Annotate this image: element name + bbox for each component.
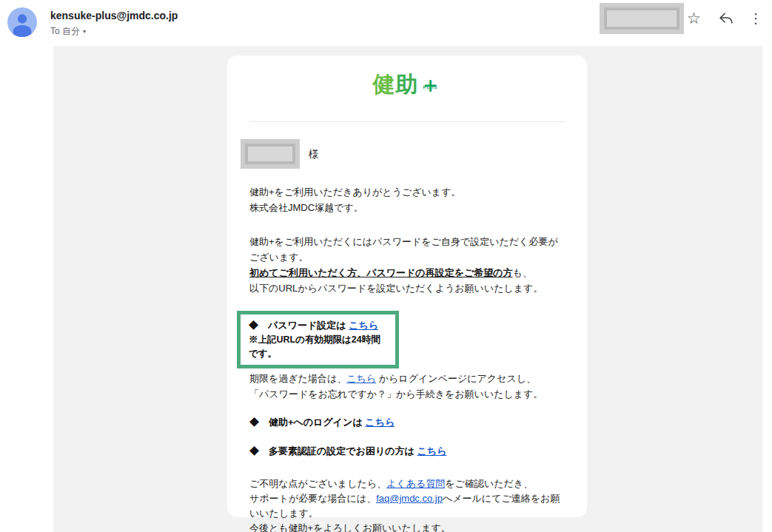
- kensuke-plus-logo: 健助＋PLUS: [249, 76, 565, 109]
- email-body-background: 健助＋PLUS 様 健助+をご利用いただきありがとうございます。 株式会社JMD…: [53, 46, 762, 532]
- honorific: 様: [309, 147, 319, 162]
- setup-line1: 健助+をご利用いただくにはパスワードをご自身で設定いただく必要がございます。: [249, 234, 565, 265]
- thanks-line1: 健助+をご利用いただきありがとうございます。: [249, 184, 565, 200]
- logo-char1: 健: [373, 72, 396, 96]
- mfa-label: ◆ 多要素認証の設定でお困りの方は: [249, 445, 417, 457]
- expiry-line2: 「パスワードをお忘れですか？」から手続きをお願いいたします。: [249, 386, 565, 402]
- gmail-message-view: kensuke-plus@jmdc.co.jp To 自分▾ ☆ ⋮ 健助＋PL…: [0, 0, 772, 532]
- plus-icon: ＋PLUS: [420, 77, 442, 92]
- thanks-line2: 株式会社JMDC塚越です。: [249, 200, 565, 215]
- support-post: をご確認いただき、: [445, 478, 533, 489]
- recipient-name-redacted: [241, 139, 300, 169]
- faq-link[interactable]: よくある質問: [386, 478, 445, 489]
- support-pre: ご不明な点がございましたら、: [249, 478, 386, 489]
- expiry-pre: 期限を過ぎた場合は、: [249, 373, 346, 384]
- password-setup-link[interactable]: こちら: [349, 320, 378, 331]
- login-page-link[interactable]: こちら: [346, 373, 376, 384]
- sender-avatar[interactable]: [7, 7, 37, 37]
- expiry-post: からログインページにアクセスし、: [376, 373, 536, 384]
- support-paragraph: ご不明な点がございましたら、よくある質問をご確認いただき、 サポートが必要な場合…: [249, 477, 565, 532]
- setup-bold-tail: も、: [513, 267, 532, 278]
- thanks-paragraph: 健助+をご利用いただきありがとうございます。 株式会社JMDC塚越です。: [249, 184, 565, 215]
- support-line1: ご不明な点がございましたら、よくある質問をご確認いただき、: [249, 477, 565, 491]
- mfa-bullet: ◆ 多要素認証の設定でお困りの方は こちら: [249, 443, 565, 459]
- sender-email: kensuke-plus@jmdc.co.jp: [50, 10, 178, 21]
- reply-icon[interactable]: [718, 11, 734, 29]
- password-setup-line: ◆ パスワード設定は こちら: [249, 318, 389, 333]
- setup-bold-text: 初めてご利用いただく方、パスワードの再設定をご希望の方: [249, 267, 513, 278]
- chevron-down-icon: ▾: [83, 28, 86, 35]
- logo-plus-sub: PLUS: [423, 80, 438, 95]
- password-setup-label: ◆ パスワード設定は: [249, 320, 349, 331]
- setup-line2: 初めてご利用いただく方、パスワードの再設定をご希望の方も、: [249, 265, 565, 280]
- support-line2: サポートが必要な場合には、faq@jmdc.co.jpへメールにてご連絡をお願い…: [249, 491, 565, 521]
- more-options-icon[interactable]: ⋮: [749, 9, 762, 28]
- url-expiry-note: ※上記URLの有効期限は24時間です。: [249, 333, 389, 361]
- message-header: kensuke-plus@jmdc.co.jp To 自分▾ ☆ ⋮: [0, 0, 772, 46]
- login-bullet: ◆ 健助+へのログインは こちら: [249, 414, 565, 430]
- email-card: 健助＋PLUS 様 健助+をご利用いただきありがとうございます。 株式会社JMD…: [227, 55, 587, 517]
- to-label: To 自分: [50, 26, 80, 36]
- setup-paragraph: 健助+をご利用いただくにはパスワードをご自身で設定いただく必要がございます。 初…: [249, 234, 565, 296]
- recipient-dropdown[interactable]: To 自分▾: [50, 25, 86, 38]
- support-email-link[interactable]: faq@jmdc.co.jp: [376, 493, 443, 504]
- login-label: ◆ 健助+へのログインは: [249, 417, 365, 428]
- star-icon[interactable]: ☆: [687, 9, 701, 28]
- support2-pre: サポートが必要な場合には、: [249, 493, 376, 504]
- mfa-link[interactable]: こちら: [417, 445, 446, 457]
- setup-line3: 以下のURLからパスワードを設定いただくようお願いいたします。: [249, 280, 565, 296]
- closing-line: 今後とも健助+をよろしくお願いいたします。: [249, 521, 565, 532]
- person-icon: [7, 7, 37, 37]
- expiry-paragraph: 期限を過ぎた場合は、こちら からログインページにアクセスし、 「パスワードをお忘…: [249, 371, 565, 402]
- greeting-row: 様: [241, 139, 565, 169]
- password-setup-highlight-box: ◆ パスワード設定は こちら ※上記URLの有効期限は24時間です。: [237, 311, 399, 368]
- login-link[interactable]: こちら: [365, 417, 395, 428]
- timestamp-redacted: [600, 3, 684, 34]
- divider: [249, 121, 565, 122]
- expiry-line1: 期限を過ぎた場合は、こちら からログインページにアクセスし、: [249, 371, 565, 386]
- logo-char2: 助: [396, 72, 419, 96]
